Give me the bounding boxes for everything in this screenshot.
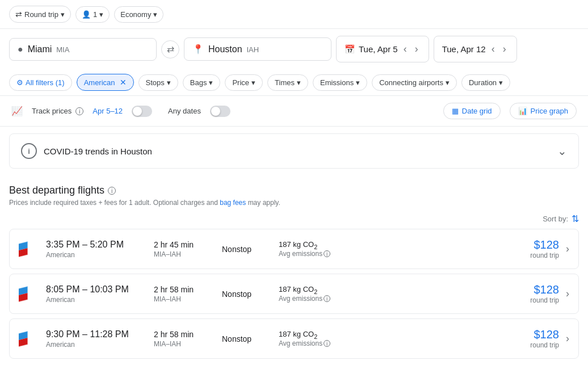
grid-icon: ▦ <box>452 107 459 115</box>
route-label: MIA–IAH <box>154 250 211 258</box>
filter-stops[interactable]: Stops ▾ <box>138 74 178 91</box>
flight-price: $128 round trip <box>530 238 564 259</box>
duration-label: Duration <box>469 78 497 87</box>
airline-logo <box>16 284 37 304</box>
depart-date-field[interactable]: 📅 Tue, Apr 5 ‹ › <box>336 36 429 62</box>
time-range: 9:30 PM – 11:28 PM <box>46 329 142 339</box>
bag-fees-link[interactable]: bag fees <box>220 199 246 207</box>
top-bar: ⇄ Round trip ▾ 👤 1 ▾ Economy ▾ <box>0 0 588 29</box>
round-trip-button[interactable]: ⇄ Round trip ▾ <box>9 6 71 23</box>
any-dates-toggle[interactable] <box>210 106 230 117</box>
depart-next-button[interactable]: › <box>413 42 421 56</box>
expand-flight-button[interactable]: › <box>564 330 572 347</box>
info-icon: i <box>75 107 83 115</box>
times-label: Times <box>275 78 295 87</box>
flight-card[interactable]: 3:35 PM – 5:20 PM American 2 hr 45 min M… <box>9 229 579 269</box>
date-grid-button[interactable]: ▦ Date grid <box>443 103 501 119</box>
emissions-info-icon: i <box>324 250 330 257</box>
sort-icon[interactable]: ⇅ <box>572 213 579 224</box>
price-graph-icon: 📊 <box>518 107 527 115</box>
toggle-knob <box>133 107 142 116</box>
filter-connecting-airports[interactable]: Connecting airports ▾ <box>372 74 457 91</box>
flight-card[interactable]: 8:05 PM – 10:03 PM American 2 hr 58 min … <box>9 274 579 314</box>
track-dates-toggle[interactable] <box>132 106 152 117</box>
origin-field[interactable]: ● Miami MIA <box>9 38 157 61</box>
airline-name: American <box>46 296 142 304</box>
emissions-label: Emissions <box>320 78 354 87</box>
all-filters-button[interactable]: ⚙ All filters (1) <box>9 74 72 91</box>
active-filter-american[interactable]: American ✕ <box>77 74 134 91</box>
filter-row: ⚙ All filters (1) American ✕ Stops ▾ Bag… <box>0 69 588 96</box>
price-type-label: round trip <box>530 296 559 304</box>
results-header: Best departing flights i Prices include … <box>9 175 579 213</box>
connecting-chevron: ▾ <box>446 78 450 87</box>
price-value: $128 <box>530 238 559 251</box>
filter-duration[interactable]: Duration ▾ <box>461 74 510 91</box>
swap-button[interactable]: ⇄ <box>161 40 179 58</box>
person-icon: 👤 <box>82 10 91 19</box>
filter-emissions[interactable]: Emissions ▾ <box>313 74 367 91</box>
flights-container: 3:35 PM – 5:20 PM American 2 hr 45 min M… <box>9 229 579 359</box>
duration-chevron: ▾ <box>499 78 503 87</box>
any-dates-knob <box>211 107 220 116</box>
covid-banner[interactable]: i COVID-19 trends in Houston ⌄ <box>9 133 579 169</box>
flight-times: 3:35 PM – 5:20 PM American <box>46 240 142 259</box>
filter-price[interactable]: Price ▾ <box>225 74 263 91</box>
flight-stops: Nonstop <box>222 245 267 254</box>
destination-pin-icon: 📍 <box>192 44 204 54</box>
origin-dot-icon: ● <box>18 44 23 54</box>
airline-logo <box>16 329 37 349</box>
flight-emissions: 187 kg CO2 Avg emissions i <box>279 285 358 303</box>
destination-field[interactable]: 📍 Houston IAH <box>184 37 331 61</box>
track-prices-row: 📈 Track prices i Apr 5–12 Any dates ▦ Da… <box>0 96 588 127</box>
co2-value: 187 kg CO2 <box>279 330 358 340</box>
flight-duration: 2 hr 58 min MIA–IAH <box>154 285 211 303</box>
return-next-button[interactable]: › <box>501 42 509 56</box>
emissions-chevron: ▾ <box>356 78 360 87</box>
flight-card[interactable]: 9:30 PM – 11:28 PM American 2 hr 58 min … <box>9 318 579 359</box>
flight-stops: Nonstop <box>222 290 267 299</box>
depart-prev-button[interactable]: ‹ <box>401 42 409 56</box>
airline-name: American <box>46 251 142 259</box>
price-type-label: round trip <box>530 251 559 259</box>
time-range: 3:35 PM – 5:20 PM <box>46 240 142 250</box>
flight-duration: 2 hr 45 min MIA–IAH <box>154 240 211 258</box>
return-date-field[interactable]: Tue, Apr 12 ‹ › <box>434 36 517 62</box>
avg-emissions-label: Avg emissions i <box>279 295 358 303</box>
trip-type-chevron: ▾ <box>61 10 65 19</box>
emissions-info-icon: i <box>324 295 330 302</box>
results-subtitle: Prices include required taxes + fees for… <box>9 196 579 211</box>
duration-value: 2 hr 45 min <box>154 240 211 249</box>
cabin-class-button[interactable]: Economy ▾ <box>114 6 163 23</box>
price-value: $128 <box>530 328 559 341</box>
filter-times[interactable]: Times ▾ <box>267 74 308 91</box>
cabin-chevron: ▾ <box>153 10 157 19</box>
passengers-chevron: ▾ <box>99 10 103 19</box>
price-graph-label: Price graph <box>531 107 568 115</box>
covid-left: i COVID-19 trends in Houston <box>21 143 152 159</box>
any-dates-label: Any dates <box>168 107 201 115</box>
flight-duration: 2 hr 58 min MIA–IAH <box>154 330 211 348</box>
flight-emissions: 187 kg CO2 Avg emissions i <box>279 330 358 348</box>
remove-filter-icon[interactable]: ✕ <box>120 78 127 87</box>
co2-value: 187 kg CO2 <box>279 240 358 250</box>
sort-by-label: Sort by: <box>543 215 568 223</box>
return-date-value: Tue, Apr 12 <box>442 44 486 54</box>
price-label: Price <box>232 78 249 87</box>
price-graph-button[interactable]: 📊 Price graph <box>510 103 577 119</box>
covid-title: COVID-19 trends in Houston <box>44 146 152 156</box>
flight-price: $128 round trip <box>530 328 564 349</box>
time-range: 8:05 PM – 10:03 PM <box>46 284 142 295</box>
filter-bags[interactable]: Bags ▾ <box>183 74 221 91</box>
return-prev-button[interactable]: ‹ <box>489 42 497 56</box>
price-chevron: ▾ <box>251 78 255 87</box>
date-grid-label: Date grid <box>462 107 492 115</box>
expand-flight-button[interactable]: › <box>564 241 572 257</box>
airline-name: American <box>46 341 142 349</box>
expand-flight-button[interactable]: › <box>564 286 572 302</box>
co2-value: 187 kg CO2 <box>279 285 358 295</box>
passengers-label: 1 <box>93 10 97 19</box>
price-type-label: round trip <box>530 341 559 349</box>
depart-date-value: Tue, Apr 5 <box>359 44 398 54</box>
passengers-button[interactable]: 👤 1 ▾ <box>75 6 110 23</box>
